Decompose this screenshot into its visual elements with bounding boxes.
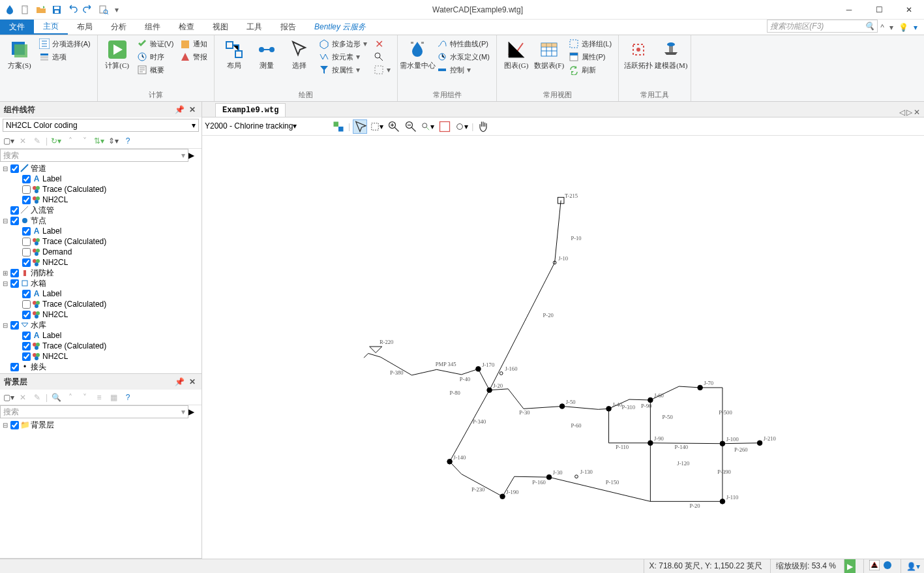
zoom-fit-icon[interactable]: 🔍 (50, 392, 62, 403)
tab-view[interactable]: 视图 (203, 20, 237, 35)
find-button[interactable] (371, 51, 393, 63)
bg-search[interactable]: 搜索▾ (0, 405, 188, 418)
properties-button[interactable]: 属性(P) (566, 51, 614, 63)
by-attribute-button[interactable]: 按属性▾ (316, 64, 370, 76)
tab-close-icon[interactable]: ✕ (914, 108, 920, 117)
tree-joint[interactable]: 接头 (31, 362, 46, 373)
selection-set-button[interactable]: 选择组(L) (566, 38, 614, 50)
tab-review[interactable]: 检查 (170, 20, 203, 35)
close-button[interactable]: ✕ (894, 0, 924, 20)
status-user-icon[interactable]: 👤▾ (906, 562, 920, 571)
compute-button[interactable]: 计算(C) (102, 38, 133, 71)
undo-icon[interactable] (65, 3, 80, 17)
redo-icon[interactable] (81, 3, 95, 17)
verify-button[interactable]: 验证(V) (134, 38, 177, 50)
model-canvas[interactable]: T-215J-10J-170PMP 345R-220J-160J-20J-50J… (202, 136, 924, 559)
tree-tank[interactable]: 水箱 (31, 278, 46, 289)
print-preview-icon[interactable] (97, 3, 111, 17)
refresh-icon[interactable]: ↻▾ (50, 135, 62, 147)
help-icon[interactable]: ▾ (914, 23, 917, 32)
new-icon[interactable] (18, 3, 33, 17)
summary-button[interactable]: 概要 (134, 64, 177, 76)
symbology-search[interactable]: 搜索▾ (0, 149, 188, 162)
measure-button[interactable]: 测量 (251, 38, 282, 71)
scheme-button[interactable]: 方案(S) (4, 38, 35, 71)
refresh-button[interactable]: 刷新 (566, 64, 614, 76)
active-topology-button[interactable]: 活跃拓扑 (623, 38, 654, 71)
by-element-button[interactable]: 按元素▾ (316, 51, 370, 63)
tab-cloud[interactable]: Bentley 云服务 (305, 20, 375, 35)
alarm-button[interactable]: 警报 (177, 51, 210, 63)
status-b-icon[interactable] (882, 560, 893, 572)
tab-report[interactable]: 报告 (271, 20, 305, 35)
ribbon-dropdown-icon[interactable]: ▾ (889, 23, 893, 32)
demand-center-button[interactable]: 需水量中心 (402, 38, 433, 71)
new-icon[interactable]: ▢▾ (3, 135, 14, 147)
select-tool-icon[interactable] (353, 119, 367, 134)
search-go-icon[interactable]: ▶ (188, 407, 201, 416)
tab-layout[interactable]: 布局 (68, 20, 102, 35)
tree-pipe[interactable]: 管道 (31, 163, 46, 174)
bg-layer-root[interactable]: 背景层 (31, 420, 54, 431)
search-go-icon[interactable]: ▶ (188, 151, 201, 160)
close-panel-icon[interactable]: ✕ (187, 104, 198, 115)
pin-icon[interactable]: 📌 (174, 377, 185, 387)
tab-tools[interactable]: 工具 (237, 20, 271, 35)
notify-button[interactable]: 通知 (177, 38, 210, 50)
tab-components[interactable]: 组件 (136, 20, 170, 35)
tab-home[interactable]: 主页 (34, 20, 68, 35)
symbology-tree[interactable]: ⊟管道 ALabel Trace (Calculated) NH2CL 入流管 … (0, 162, 201, 373)
modeler-button[interactable]: 建模器(M) (655, 38, 687, 71)
new-icon[interactable]: ▢▾ (3, 392, 14, 403)
qat-customize-icon[interactable]: ▾ (112, 3, 121, 17)
file-menu[interactable]: 文件 (0, 20, 34, 35)
tree-reservoir[interactable]: 水库 (31, 320, 46, 331)
delete-button[interactable]: ✕ (371, 38, 393, 50)
tree-junction[interactable]: 节点 (31, 215, 46, 226)
scenario-manager-icon[interactable] (331, 119, 346, 134)
zoom-out-icon[interactable] (404, 119, 418, 134)
status-run-icon[interactable]: ▶ (844, 559, 856, 573)
tree-lateral[interactable]: 入流管 (31, 205, 54, 216)
layout-button[interactable]: 布局 (218, 38, 250, 71)
open-icon[interactable] (34, 3, 48, 17)
options-button[interactable]: 选项 (37, 51, 93, 63)
app-icon[interactable] (3, 3, 17, 17)
split-select-button[interactable]: 分项选择(A) (37, 38, 93, 50)
sort-icon[interactable]: ⇕▾ (108, 135, 119, 147)
document-tab[interactable]: Example9.wtg (215, 103, 286, 117)
ribbon-search[interactable]: 搜索功能区(F3) 🔍 (767, 20, 878, 33)
pin-icon[interactable]: 📌 (174, 104, 185, 115)
expand-icon[interactable]: ⇅▾ (93, 135, 105, 147)
help-icon[interactable]: ? (122, 135, 134, 147)
pan-icon[interactable] (476, 119, 490, 134)
zoom-in-icon[interactable] (387, 119, 401, 134)
timeseq-button[interactable]: 时序 (134, 51, 177, 63)
status-a-icon[interactable] (869, 560, 880, 572)
zoom-extents-icon[interactable]: ▾ (370, 119, 384, 134)
by-polygon-button[interactable]: 按多边形▾ (316, 38, 370, 50)
tab-analysis[interactable]: 分析 (102, 20, 136, 35)
tab-next-icon[interactable]: ▷ (906, 108, 912, 117)
maximize-button[interactable]: ☐ (864, 0, 894, 20)
clear-select-button[interactable]: ▾ (371, 64, 393, 76)
symbology-dropdown[interactable]: NH2CL Color coding▾ (3, 119, 199, 132)
chart-button[interactable]: 图表(G) (501, 38, 532, 71)
curve-button[interactable]: 特性曲线(P) (434, 38, 492, 50)
table-button[interactable]: 数据表(F) (533, 38, 565, 71)
pump-def-button[interactable]: 水泵定义(M) (434, 51, 492, 63)
select-button[interactable]: 选择 (284, 38, 315, 71)
zoom-window-icon[interactable] (438, 119, 452, 134)
tab-prev-icon[interactable]: ◁ (899, 108, 905, 117)
control-button[interactable]: 控制▾ (434, 64, 492, 76)
lightbulb-icon[interactable]: 💡 (899, 23, 908, 32)
save-icon[interactable] (50, 3, 64, 17)
zoom-realtime-icon[interactable]: ▾ (455, 119, 469, 134)
ribbon-collapse-icon[interactable]: ^ (880, 23, 884, 32)
scenario-dropdown[interactable]: Y2000 - Chlorine tracking▾ (205, 121, 329, 131)
close-panel-icon[interactable]: ✕ (187, 377, 198, 387)
zoom-prev-icon[interactable]: ▾ (421, 119, 435, 134)
help-icon[interactable]: ? (122, 392, 134, 403)
minimize-button[interactable]: ─ (834, 0, 864, 20)
tree-hydrant[interactable]: 消防栓 (31, 268, 54, 279)
